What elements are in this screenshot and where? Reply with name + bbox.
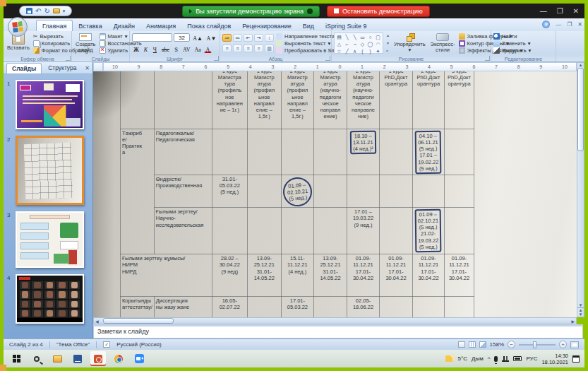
previous-slide-icon[interactable]: ▲ xyxy=(577,307,584,312)
underline-button[interactable]: Ч xyxy=(151,45,159,53)
office-button[interactable] xyxy=(8,17,28,37)
scroll-right-icon[interactable]: ▶ xyxy=(571,319,576,324)
justify-button[interactable]: ≡ xyxy=(254,45,263,52)
thumbnail-image[interactable] xyxy=(16,274,84,324)
zoom-level[interactable]: 158% xyxy=(490,341,504,348)
tab-home[interactable]: Главная xyxy=(36,20,73,31)
qat-dropdown-icon[interactable]: ▾ xyxy=(63,8,66,14)
minimize-button[interactable]: — xyxy=(540,7,547,15)
shape-icon[interactable]: ▢ xyxy=(374,34,382,41)
close-button[interactable]: ✕ xyxy=(573,7,579,15)
align-right-button[interactable]: ≡ xyxy=(244,45,253,52)
chrome-button[interactable] xyxy=(111,351,126,366)
fit-to-window-button[interactable] xyxy=(570,341,579,348)
redo-icon[interactable]: ↻ xyxy=(44,8,49,15)
zoom-slider-thumb[interactable] xyxy=(533,341,536,348)
shape-icon[interactable]: ╲ xyxy=(343,34,351,41)
file-explorer-button[interactable] xyxy=(49,351,65,366)
zoom-out-button[interactable]: − xyxy=(508,341,515,348)
strikethrough-button[interactable]: abc xyxy=(160,45,171,53)
numbering-button[interactable]: ≕ xyxy=(233,34,242,42)
doc-restore-button[interactable]: ❐ xyxy=(567,21,572,28)
zoom-in-button[interactable]: + xyxy=(559,341,567,348)
shape-icon[interactable]: ⌐ xyxy=(343,41,351,48)
start-button[interactable] xyxy=(8,351,24,366)
paragraph-dialog-launcher[interactable] xyxy=(325,56,330,61)
zoom-slider[interactable] xyxy=(519,344,556,346)
shape-icon[interactable]: ▭ xyxy=(359,34,366,41)
text-shadow-button[interactable]: S xyxy=(172,45,180,53)
next-slide-icon[interactable]: ▼ xyxy=(579,312,583,317)
character-spacing-button[interactable]: AV xyxy=(181,45,192,53)
tab-animation[interactable]: Анимация xyxy=(140,20,181,31)
font-dialog-launcher[interactable] xyxy=(214,56,219,61)
quick-styles-button[interactable]: Экспресс-стили xyxy=(429,33,457,54)
replace-button[interactable]: Заменить▾ xyxy=(493,40,531,47)
shape-icon[interactable]: ( xyxy=(359,48,366,55)
taskbar-search-button[interactable] xyxy=(29,351,44,366)
shape-icon[interactable]: ✦ xyxy=(374,48,382,55)
thumbnail-image[interactable] xyxy=(16,136,84,205)
new-slide-button[interactable]: Создать слайд xyxy=(74,33,97,54)
slide-thumbnail-2-selected[interactable]: 2 xyxy=(16,136,90,205)
save-icon[interactable] xyxy=(26,8,32,14)
tab-insert[interactable]: Вставка xyxy=(73,20,107,31)
spell-check-icon[interactable]: ✓ xyxy=(103,341,110,348)
word-button[interactable] xyxy=(70,351,85,366)
slide-thumbnail-3[interactable]: 3 xyxy=(16,211,90,268)
scroll-left-icon[interactable]: ◀ xyxy=(94,319,99,324)
grow-font-button[interactable]: А▲ xyxy=(191,34,203,42)
shape-icon[interactable]: ◇ xyxy=(359,41,366,48)
arrange-button[interactable]: Упорядочить ▾ xyxy=(392,33,427,54)
slide-sorter-view-button[interactable] xyxy=(469,341,476,348)
thumbnail-image[interactable] xyxy=(16,211,84,268)
tab-ispring[interactable]: iSpring Suite 9 xyxy=(320,20,373,31)
line-spacing-button[interactable]: ↕ xyxy=(265,34,274,42)
shape-icon[interactable]: △ xyxy=(335,41,343,48)
select-button[interactable]: Выделить▾ xyxy=(493,47,531,54)
shape-icon[interactable]: ◯ xyxy=(366,41,374,48)
stop-share-button[interactable]: Остановить демонстрацию xyxy=(327,6,430,17)
shape-icon[interactable]: ○ xyxy=(366,34,374,41)
bold-button[interactable]: Ж xyxy=(132,45,140,53)
shrink-font-button[interactable]: А▼ xyxy=(205,34,217,42)
weather-temperature[interactable]: 5°C xyxy=(458,355,467,362)
open-icon[interactable] xyxy=(53,8,60,13)
tab-view[interactable]: Вид xyxy=(297,20,320,31)
clock[interactable]: 14:3018.10.2021 xyxy=(541,353,568,365)
shape-icon[interactable]: ¬ xyxy=(351,41,359,48)
slide-thumbnail-1[interactable]: 1 xyxy=(16,80,90,129)
font-size-select[interactable]: 32 xyxy=(174,33,191,42)
shapes-scroll-up-icon[interactable]: ▲ xyxy=(386,33,390,37)
shapes-scroll[interactable]: ▲▼= xyxy=(385,33,390,54)
battery-icon[interactable] xyxy=(513,356,522,361)
language-indicator[interactable]: Русский (Россия) xyxy=(116,341,161,348)
action-center-icon[interactable] xyxy=(572,355,580,363)
slideshow-view-button[interactable] xyxy=(479,341,486,348)
italic-button[interactable]: К xyxy=(142,45,150,53)
shape-icon[interactable]: ☆ xyxy=(335,48,343,55)
powerpoint-button[interactable] xyxy=(90,351,106,366)
shapes-scroll-down-icon[interactable]: ▼ xyxy=(386,41,390,45)
ruler-origin-box[interactable] xyxy=(93,62,103,71)
microphone-icon[interactable] xyxy=(494,356,498,362)
tab-outline[interactable]: Структура xyxy=(43,63,81,73)
tab-design[interactable]: Дизайн xyxy=(108,20,140,31)
tab-slides-thumbnails[interactable]: Слайды xyxy=(6,63,42,73)
font-color-button[interactable]: A xyxy=(204,45,212,53)
increase-indent-button[interactable]: ⇥ xyxy=(254,34,263,42)
panel-close-icon[interactable]: ✕ xyxy=(85,65,90,71)
shape-icon[interactable]: ╲ xyxy=(351,34,359,41)
bullets-button[interactable]: ≔ xyxy=(222,34,232,42)
font-name-select[interactable] xyxy=(132,33,172,42)
slide-canvas[interactable]: 1 курс Магистра тура (профиль ное направ… xyxy=(93,71,577,317)
help-icon[interactable]: ? xyxy=(542,20,550,28)
shape-icon[interactable]: ╱ xyxy=(343,48,351,55)
keyboard-language[interactable]: РУС xyxy=(526,355,537,362)
vertical-scrollbar[interactable]: ▲ ▼ ▲ ▼ xyxy=(577,62,584,317)
find-button[interactable]: Найти xyxy=(493,33,531,40)
scroll-up-icon[interactable]: ▲ xyxy=(579,63,583,67)
doc-close-button[interactable]: ✕ xyxy=(577,21,582,28)
horizontal-scroll-thumb[interactable] xyxy=(103,318,174,324)
shape-icon[interactable]: ∧ xyxy=(351,48,359,55)
